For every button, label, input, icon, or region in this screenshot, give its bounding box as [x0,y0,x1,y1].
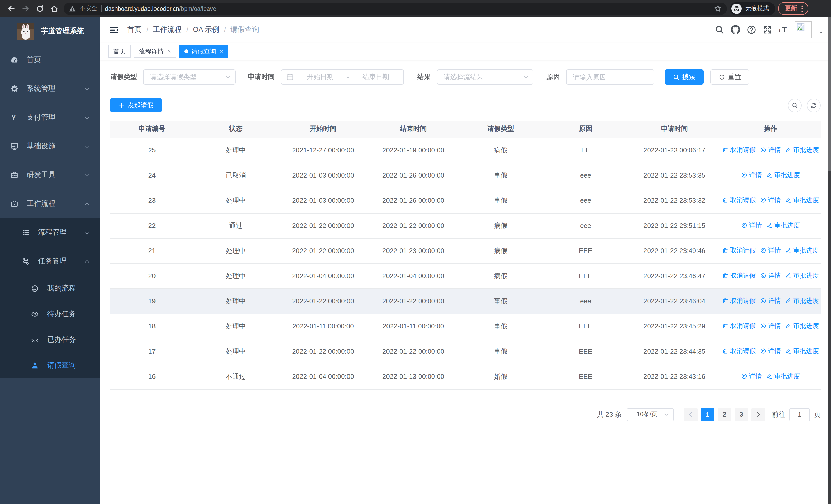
browser-update-button[interactable]: 更新 [778,2,808,15]
close-icon[interactable]: × [167,48,171,55]
progress-link[interactable]: 审批进度 [785,297,819,305]
detail-link[interactable]: 详情 [741,171,762,180]
scrollbar[interactable] [828,17,831,504]
cancel-leave-link[interactable]: 取消请假 [722,347,756,356]
breadcrumb-item[interactable]: 工作流程 [153,25,182,34]
sidebar-item-工作流程[interactable]: 工作流程 [0,189,100,218]
font-size-icon[interactable]: tT [779,25,788,34]
cancel-leave-link[interactable]: 取消请假 [722,271,756,280]
avatar[interactable] [795,21,812,38]
hide-search-button[interactable] [788,98,802,112]
detail-link[interactable]: 详情 [761,322,781,330]
create-leave-button[interactable]: 发起请假 [110,98,162,112]
table-row[interactable]: 21处理中2022-01-22 00:00:002022-01-23 00:00… [110,238,821,263]
cell-leave-type: 病假 [458,213,543,238]
cell-reason: EEE [543,339,628,364]
sidebar-item-已办任务[interactable]: 已办任务 [0,327,100,353]
sidebar-item-任务管理[interactable]: 任务管理 [0,247,100,276]
leave-type-select[interactable]: 请选择请假类型 [143,69,236,85]
detail-link[interactable]: 详情 [761,196,781,205]
tab-流程详情[interactable]: 流程详情× [134,45,176,58]
forward-icon[interactable] [20,2,32,14]
next-page-button[interactable] [751,408,765,421]
cancel-leave-link[interactable]: 取消请假 [722,297,756,305]
cell-actions: 取消请假详情审批进度 [721,188,821,213]
fullscreen-icon[interactable] [763,25,772,34]
bookmark-star-icon[interactable] [714,5,722,12]
search-icon[interactable] [715,25,724,34]
sidebar-item-基础设施[interactable]: 基础设施 [0,132,100,161]
goto-page-input[interactable] [790,408,810,421]
apply-time-range-picker[interactable]: 开始日期 - 结束日期 [281,69,404,85]
search-button[interactable]: 搜索 [665,69,704,85]
progress-link[interactable]: 审批进度 [785,347,819,356]
header-actions: tT [715,21,824,38]
sidebar-item-研发工具[interactable]: 研发工具 [0,161,100,189]
sidebar-item-支付管理[interactable]: ¥支付管理 [0,103,100,132]
close-icon[interactable]: × [220,48,223,55]
table-row[interactable]: 24已取消2022-01-03 00:00:002022-01-26 00:00… [110,163,821,188]
cancel-leave-link[interactable]: 取消请假 [722,322,756,330]
help-icon[interactable] [747,25,756,34]
table-row[interactable]: 22通过2022-01-22 00:00:002022-01-22 00:00:… [110,213,821,238]
date-end-placeholder[interactable]: 结束日期 [353,72,398,82]
cancel-leave-link[interactable]: 取消请假 [722,146,756,154]
refresh-table-button[interactable] [807,98,821,112]
sidebar-item-流程管理[interactable]: 流程管理 [0,218,100,247]
cell-leave-type: 事假 [458,339,543,364]
table-row[interactable]: 20处理中2022-01-04 00:00:002022-01-04 00:00… [110,263,821,289]
table-row[interactable]: 23处理中2022-01-03 00:00:002022-01-26 00:00… [110,188,821,213]
table-row[interactable]: 18处理中2022-01-11 00:00:002022-01-11 00:00… [110,314,821,339]
sidebar-item-我的流程[interactable]: 我的流程 [0,276,100,301]
sidebar-item-首页[interactable]: 首页 [0,46,100,75]
progress-link[interactable]: 审批进度 [785,146,819,154]
detail-link[interactable]: 详情 [761,347,781,356]
detail-link[interactable]: 详情 [761,271,781,280]
sidebar-item-请假查询[interactable]: 请假查询 [0,353,100,378]
progress-link[interactable]: 审批进度 [785,271,819,280]
table-row[interactable]: 19处理中2022-01-22 00:00:002022-01-22 00:00… [110,289,821,314]
prev-page-button[interactable] [684,408,697,421]
tab-首页[interactable]: 首页 [108,45,131,58]
progress-link[interactable]: 审批进度 [785,322,819,330]
app-logo[interactable]: 芋道管理系统 [0,17,100,46]
page-button-2[interactable]: 2 [718,408,732,421]
progress-link[interactable]: 审批进度 [785,196,819,205]
breadcrumb-item[interactable]: 首页 [127,25,142,34]
home-icon[interactable] [48,2,61,14]
table-row[interactable]: 17处理中2022-01-22 00:00:002022-01-22 00:00… [110,339,821,364]
progress-link[interactable]: 审批进度 [767,221,800,230]
detail-link[interactable]: 详情 [741,221,762,230]
sidebar-collapse-icon[interactable] [109,25,119,35]
scrollbar-thumb[interactable] [828,17,831,171]
page-button-1[interactable]: 1 [700,408,715,421]
page-size-select[interactable]: 10条/页 [627,408,674,421]
progress-link[interactable]: 审批进度 [767,171,800,180]
reason-input[interactable] [566,69,654,85]
date-start-placeholder[interactable]: 开始日期 [298,72,343,82]
result-select[interactable]: 请选择流结果 [437,69,533,85]
progress-link[interactable]: 审批进度 [767,372,800,381]
address-bar[interactable]: 不安全 dashboard.yudao.iocoder.cn/bpm/oa/le… [64,2,727,14]
reload-icon[interactable] [34,2,46,14]
detail-link[interactable]: 详情 [761,246,781,255]
column-header: 操作 [721,121,821,138]
breadcrumb-item[interactable]: OA 示例 [193,25,220,34]
table-row[interactable]: 25处理中2021-12-27 00:00:002022-01-19 00:00… [110,138,821,163]
cancel-leave-link[interactable]: 取消请假 [722,246,756,255]
chevron-down-icon[interactable] [819,30,824,35]
progress-link[interactable]: 审批进度 [785,246,819,255]
github-icon[interactable] [731,25,740,34]
table-row[interactable]: 16不通过2022-01-04 00:00:002022-01-13 00:00… [110,364,821,389]
detail-link[interactable]: 详情 [761,146,781,154]
menu-dots-icon[interactable] [801,5,803,12]
cancel-leave-link[interactable]: 取消请假 [722,196,756,205]
back-icon[interactable] [5,2,18,14]
sidebar-item-待办任务[interactable]: 待办任务 [0,301,100,327]
sidebar-item-系统管理[interactable]: 系统管理 [0,75,100,103]
page-button-3[interactable]: 3 [735,408,748,421]
detail-link[interactable]: 详情 [761,297,781,305]
reset-button[interactable]: 重置 [710,69,749,85]
tab-请假查询[interactable]: 请假查询× [179,45,228,58]
detail-link[interactable]: 详情 [741,372,762,381]
